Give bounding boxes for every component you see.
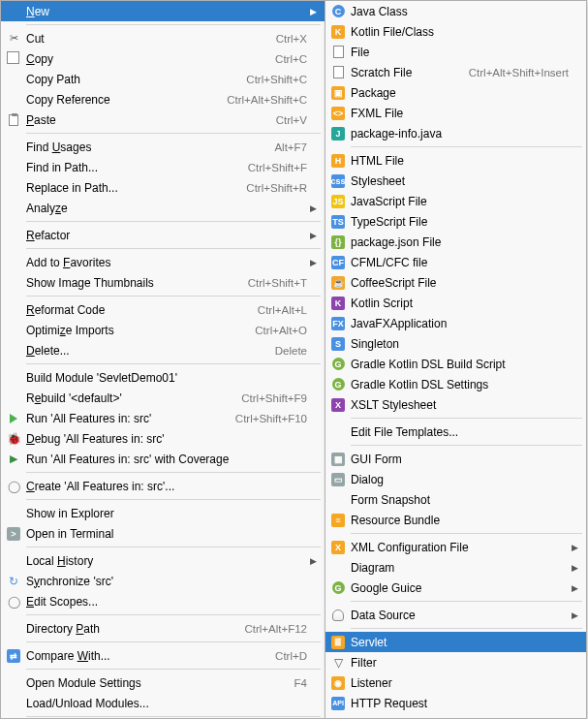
servlet-icon: ≣: [329, 635, 347, 650]
new-html[interactable]: HHTML File: [325, 150, 586, 171]
menu-synchronize[interactable]: ↻Synchronize 'src': [1, 571, 325, 591]
menu-item-label: Show Image Thumbnails: [26, 276, 236, 290]
menu-item-label: Local History: [26, 554, 307, 568]
menu-new[interactable]: New▶: [1, 1, 325, 21]
menu-cut[interactable]: ✂CutCtrl+X: [1, 28, 325, 48]
coffee-icon: ☕: [329, 275, 347, 291]
new-fxml[interactable]: <>FXML File: [325, 103, 586, 123]
menu-item-label: Open Module Settings: [26, 676, 283, 690]
new-file[interactable]: File: [325, 42, 586, 62]
menu-copy[interactable]: CopyCtrl+C: [1, 48, 325, 69]
new-package[interactable]: ▣Package: [325, 82, 586, 103]
menu-refactor[interactable]: Refactor▶: [1, 225, 325, 245]
new-xslt[interactable]: XXSLT Stylesheet: [325, 394, 586, 415]
menu-compare-with[interactable]: ⇄Compare With...Ctrl+D: [1, 645, 325, 666]
menu-replace-in-path[interactable]: Replace in Path...Ctrl+Shift+R: [1, 177, 325, 198]
menu-find-in-path[interactable]: Find in Path...Ctrl+Shift+F: [1, 157, 325, 177]
new-package-info[interactable]: Jpackage-info.java: [325, 123, 586, 143]
menu-item-label: JavaScript File: [351, 195, 569, 208]
menu-local-history[interactable]: Local History▶: [1, 550, 325, 571]
new-gradle-build[interactable]: GGradle Kotlin DSL Build Script: [325, 354, 586, 374]
new-diagram[interactable]: Diagram▶: [325, 557, 586, 578]
new-ts[interactable]: TSTypeScript File: [325, 211, 586, 232]
new-gradle-settings[interactable]: GGradle Kotlin DSL Settings: [325, 374, 586, 394]
new-form-snapshot[interactable]: Form Snapshot: [325, 489, 586, 510]
blank-icon: [5, 621, 22, 637]
new-java-class[interactable]: CJava Class: [325, 1, 586, 21]
menu-directory-path[interactable]: Directory PathCtrl+Alt+F12: [1, 618, 325, 639]
new-kotlin-script[interactable]: KKotlin Script: [325, 293, 586, 313]
menu-show-thumbnails[interactable]: Show Image ThumbnailsCtrl+Shift+T: [1, 272, 325, 293]
menu-open-terminal[interactable]: >Open in Terminal: [1, 523, 325, 544]
new-package-json[interactable]: {}package.json File: [325, 232, 586, 252]
blank-icon: [5, 275, 22, 291]
menu-run-all[interactable]: Run 'All Features in: src'Ctrl+Shift+F10: [1, 408, 325, 428]
blank-icon: [329, 716, 347, 720]
menu-paste[interactable]: PasteCtrl+V: [1, 109, 325, 130]
menu-copy-reference[interactable]: Copy ReferenceCtrl+Alt+Shift+C: [1, 89, 325, 109]
new-filter[interactable]: ▽Filter: [325, 652, 586, 672]
listener-icon: ◉: [329, 675, 347, 691]
blank-icon: [5, 92, 22, 108]
blank-icon: [5, 180, 22, 196]
new-servlet[interactable]: ≣Servlet: [325, 632, 586, 652]
menu-item-label: Build Module 'SevletDemo01': [26, 371, 307, 385]
new-resource-bundle[interactable]: ≡Resource Bundle: [325, 510, 586, 530]
menu-debug-all[interactable]: 🐞Debug 'All Features in: src': [1, 428, 325, 449]
blank-icon: [5, 370, 22, 386]
menu-show-explorer[interactable]: Show in Explorer: [1, 503, 325, 523]
menu-analyze[interactable]: Analyze▶: [1, 198, 325, 218]
menu-delete[interactable]: Delete...Delete: [1, 340, 325, 360]
menu-build-module[interactable]: Build Module 'SevletDemo01': [1, 367, 325, 388]
new-coffee[interactable]: ☕CoffeeScript File: [325, 272, 586, 293]
menu-run-coverage[interactable]: ▶Run 'All Features in: src' with Coverag…: [1, 449, 325, 469]
new-singleton[interactable]: SSingleton: [325, 333, 586, 354]
menu-reformat[interactable]: Reformat CodeCtrl+Alt+L: [1, 299, 325, 320]
new-http-request[interactable]: APIHTTP Request: [325, 693, 586, 713]
menu-item-label: HTTP Request: [351, 697, 569, 710]
menu-edit-scopes[interactable]: ◯Edit Scopes...: [1, 591, 325, 611]
menu-rebuild[interactable]: Rebuild '<default>'Ctrl+Shift+F9: [1, 388, 325, 408]
menu-add-favorites[interactable]: Add to Favorites▶: [1, 252, 325, 272]
shortcut-label: Ctrl+Alt+F12: [244, 623, 307, 635]
separator: [351, 601, 582, 602]
blank-icon: [329, 424, 347, 440]
separator: [26, 641, 321, 642]
menu-item-label: Servlet: [351, 636, 569, 649]
menu-optimize-imports[interactable]: Optimize ImportsCtrl+Alt+O: [1, 320, 325, 340]
menu-load-unload[interactable]: Load/Unload Modules...: [1, 693, 325, 713]
separator: [26, 472, 321, 473]
new-javafx[interactable]: FXJavaFXApplication: [325, 313, 586, 333]
menu-open-module-settings[interactable]: Open Module SettingsF4: [1, 672, 325, 693]
scope-icon: ◯: [5, 479, 22, 494]
new-xml-config[interactable]: XXML Configuration File▶: [325, 537, 586, 557]
new-js[interactable]: JSJavaScript File: [325, 191, 586, 211]
submenu-arrow-icon: ▶: [569, 543, 578, 552]
shortcut-label: Ctrl+Alt+Shift+C: [227, 94, 307, 106]
new-google-guice[interactable]: GGoogle Guice▶: [325, 578, 586, 598]
jfx-icon: FX: [329, 316, 347, 331]
separator: [26, 547, 321, 547]
new-plugin-devkit[interactable]: Plugin DevKit▶: [325, 713, 586, 719]
blank-icon: [5, 255, 22, 270]
new-listener[interactable]: ◉Listener: [325, 672, 586, 693]
shortcut-label: Ctrl+Shift+R: [246, 182, 307, 194]
menu-create-all[interactable]: ◯Create 'All Features in: src'...: [1, 476, 325, 496]
new-gui-form[interactable]: ▦GUI Form: [325, 449, 586, 469]
new-edit-templates[interactable]: Edit File Templates...: [325, 422, 586, 442]
shortcut-label: F4: [294, 677, 307, 689]
singleton-icon: S: [329, 336, 347, 352]
menu-find-usages[interactable]: Find UsagesAlt+F7: [1, 137, 325, 157]
new-dialog[interactable]: ▭Dialog: [325, 469, 586, 489]
menu-copy-path[interactable]: Copy PathCtrl+Shift+C: [1, 69, 325, 89]
menu-item-label: Debug 'All Features in: src': [26, 432, 307, 446]
new-kotlin-file[interactable]: KKotlin File/Class: [325, 21, 586, 42]
menu-item-label: Load/Unload Modules...: [26, 697, 307, 710]
blank-icon: [5, 553, 22, 569]
new-data-source[interactable]: Data Source▶: [325, 605, 586, 625]
new-scratch-file[interactable]: Scratch FileCtrl+Alt+Shift+Insert: [325, 62, 586, 82]
new-cfml[interactable]: CFCFML/CFC file: [325, 252, 586, 272]
new-stylesheet[interactable]: cssStylesheet: [325, 171, 586, 191]
menu-item-label: Find in Path...: [26, 161, 236, 174]
guice-icon: G: [329, 580, 347, 596]
